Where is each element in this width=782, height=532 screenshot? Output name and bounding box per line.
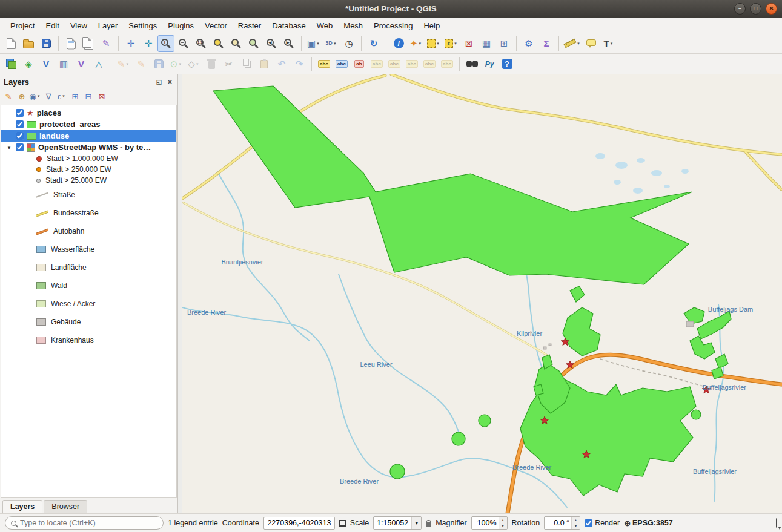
menu-database[interactable]: Database <box>267 19 311 32</box>
new-virtual-layer-button[interactable]: V <box>73 56 90 73</box>
new-shapefile-layer-button[interactable]: V <box>38 56 55 73</box>
highlight-pinned-labels-button[interactable]: ab <box>351 56 368 73</box>
data-source-manager-button[interactable] <box>2 56 19 73</box>
scale-lock-icon[interactable] <box>426 522 431 527</box>
text-annotation-button[interactable]: T▾ <box>600 35 617 52</box>
save-project-button[interactable] <box>38 35 55 52</box>
menu-plugins[interactable]: Plugins <box>162 19 199 32</box>
zoom-in-button[interactable]: + <box>157 35 174 52</box>
layer-item-places[interactable]: ★ places <box>1 107 176 119</box>
menu-help[interactable]: Help <box>418 19 445 32</box>
minimize-button[interactable]: – <box>734 3 746 15</box>
cut-features-button[interactable]: ✂ <box>220 56 237 73</box>
rotation-input[interactable] <box>545 517 571 529</box>
crs-status[interactable]: ⊕ EPSG:3857 <box>624 519 673 527</box>
magnifier-input[interactable] <box>472 517 499 529</box>
select-features-button[interactable]: ▾ <box>425 35 442 52</box>
extents-toggle-icon[interactable] <box>339 520 346 527</box>
statistical-summary-button[interactable]: Σ <box>538 35 555 52</box>
scale-input[interactable] <box>374 517 411 529</box>
identify-features-button[interactable]: i <box>390 35 407 52</box>
osm-wms-visibility-checkbox[interactable] <box>16 143 24 151</box>
temporal-controller-button[interactable]: ◷ <box>340 35 357 52</box>
collapse-all-button[interactable]: ⊟ <box>82 90 94 102</box>
menu-edit[interactable]: Edit <box>40 19 64 32</box>
new-map-view-button[interactable]: ▣▾ <box>305 35 322 52</box>
rotate-label-button[interactable]: abc <box>421 56 438 73</box>
open-project-button[interactable] <box>20 35 37 52</box>
menu-project[interactable]: Project <box>5 19 40 32</box>
measure-button[interactable]: ▾ <box>563 35 582 52</box>
maximize-button[interactable]: □ <box>750 3 761 15</box>
expander-icon[interactable]: ▾ <box>5 145 13 151</box>
magnifier-spinbox[interactable]: ▴▾ <box>471 516 508 530</box>
scale-combo[interactable]: ▾ <box>373 516 422 530</box>
map-canvas[interactable]: Bruintjiesrivier Breede River Leeu River… <box>182 74 782 513</box>
change-label-button[interactable]: abc <box>439 56 456 73</box>
deselect-features-button[interactable]: ⊠ <box>460 35 477 52</box>
zoom-to-layer-button[interactable] <box>245 35 262 52</box>
map-tips-button[interactable] <box>583 35 600 52</box>
scale-dropdown-icon[interactable]: ▾ <box>411 517 421 529</box>
copy-features-button[interactable] <box>238 56 255 73</box>
landuse-visibility-checkbox[interactable] <box>16 132 24 140</box>
add-group-button[interactable]: ⊕ <box>16 90 28 102</box>
style-manager-button[interactable]: ✎ <box>98 35 114 52</box>
locator-box[interactable] <box>5 516 164 530</box>
spin-up-icon[interactable]: ▴ <box>572 517 580 523</box>
menu-raster[interactable]: Raster <box>233 19 267 32</box>
run-feature-action-button[interactable]: ✦▾ <box>408 35 425 52</box>
spin-up-icon[interactable]: ▴ <box>499 517 507 523</box>
close-panel-icon[interactable]: ✕ <box>166 79 174 85</box>
zoom-out-button[interactable]: − <box>175 35 192 52</box>
redo-button[interactable]: ↷ <box>291 56 308 73</box>
current-edits-button[interactable]: ✎▾ <box>115 56 132 73</box>
protected-areas-visibility-checkbox[interactable] <box>16 120 24 128</box>
layout-manager-button[interactable] <box>80 35 97 52</box>
field-calculator-button[interactable]: ⊞ <box>495 35 512 52</box>
zoom-native-button[interactable]: 1:1 <box>193 35 210 52</box>
new-3d-map-view-button[interactable]: 3D▾ <box>323 35 340 52</box>
paste-features-button[interactable] <box>256 56 273 73</box>
open-layer-styling-button[interactable]: ✎ <box>2 90 15 102</box>
menu-mesh[interactable]: Mesh <box>338 19 368 32</box>
filter-legend-button[interactable]: ∇ <box>42 90 55 102</box>
layer-item-landuse[interactable]: landuse <box>1 130 176 142</box>
new-project-button[interactable] <box>2 35 19 52</box>
new-geopackage-layer-button[interactable]: ◈ <box>20 56 37 73</box>
spin-down-icon[interactable]: ▾ <box>572 523 580 529</box>
title-bar[interactable]: *Untitled Project - QGIS – □ ✕ <box>0 0 782 18</box>
close-button[interactable]: ✕ <box>766 3 777 15</box>
undo-button[interactable]: ↶ <box>273 56 290 73</box>
pan-to-selection-button[interactable]: ✛ <box>140 35 157 52</box>
zoom-next-button[interactable]: ▸ <box>280 35 297 52</box>
pin-labels-button[interactable]: abc <box>368 56 385 73</box>
python-console-button[interactable]: Py <box>481 56 498 73</box>
processing-toolbox-button[interactable]: ⚙ <box>520 35 537 52</box>
menu-processing[interactable]: Processing <box>368 19 418 32</box>
refresh-button[interactable]: ↻ <box>365 35 382 52</box>
zoom-last-button[interactable]: ◂ <box>263 35 280 52</box>
tab-layers[interactable]: Layers <box>2 500 42 513</box>
places-visibility-checkbox[interactable] <box>16 109 24 117</box>
layer-item-osm-wms[interactable]: ▾ OpenStreetMap WMS - by te… <box>1 142 176 153</box>
menu-web[interactable]: Web <box>311 19 339 32</box>
delete-selected-button[interactable] <box>203 56 220 73</box>
locator-input[interactable] <box>20 519 157 527</box>
select-by-expression-button[interactable]: ε▾ <box>443 35 460 52</box>
osm-place-search-button[interactable] <box>463 56 480 73</box>
help-button[interactable]: ? <box>499 56 515 73</box>
vertex-tool-button[interactable]: ◇▾ <box>185 56 202 73</box>
tab-browser[interactable]: Browser <box>44 500 87 513</box>
layer-labeling-button[interactable]: abc <box>316 56 333 73</box>
menu-vector[interactable]: Vector <box>199 19 233 32</box>
save-layer-edits-button[interactable] <box>150 56 167 73</box>
layer-item-protected-areas[interactable]: protected_areas <box>1 119 176 130</box>
rotation-spinbox[interactable]: ▴▾ <box>544 516 580 530</box>
layer-diagram-button[interactable]: abc <box>333 56 350 73</box>
manage-map-themes-button[interactable]: ◉▾ <box>29 90 41 102</box>
pan-map-button[interactable]: ✛ <box>122 35 139 52</box>
new-spatialite-layer-button[interactable]: ▥ <box>55 56 72 73</box>
panel-splitter[interactable] <box>178 74 182 513</box>
filter-by-expression-button[interactable]: ε▾ <box>56 90 68 102</box>
